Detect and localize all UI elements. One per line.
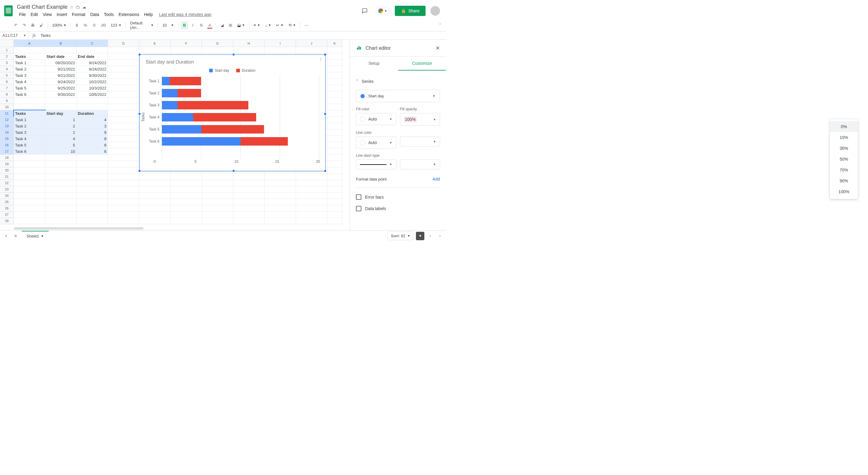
cell[interactable] (170, 199, 202, 205)
cell[interactable] (265, 212, 296, 218)
cell[interactable]: 8 (76, 142, 108, 148)
col-header[interactable]: H (233, 40, 265, 47)
cell[interactable] (327, 218, 342, 224)
undo-button[interactable]: ↶ (12, 22, 19, 29)
row-header[interactable]: 21 (0, 173, 14, 180)
cell[interactable]: 9/30/2022 (45, 91, 76, 98)
cell[interactable] (108, 91, 139, 98)
cell[interactable] (202, 193, 233, 199)
cell[interactable] (296, 193, 327, 199)
cell[interactable] (108, 104, 139, 110)
fill-color-dropdown[interactable]: Auto ▼ (356, 113, 396, 125)
cell[interactable]: 5 (45, 142, 76, 148)
col-header[interactable]: F (170, 40, 202, 47)
cell[interactable] (108, 180, 139, 186)
spreadsheet-grid[interactable]: A B C D E F G H I J K 12TasksStart dateE… (0, 40, 350, 230)
cell[interactable]: 9/21/2022 (45, 66, 76, 72)
cell[interactable] (170, 193, 202, 199)
row-header[interactable]: 27 (0, 212, 14, 218)
cell[interactable] (296, 205, 327, 212)
cell[interactable] (108, 129, 139, 136)
rotate-button[interactable]: ⟲▼ (287, 22, 298, 29)
cell[interactable] (327, 117, 342, 123)
cell[interactable] (327, 123, 342, 129)
row-header[interactable]: 14 (0, 129, 14, 136)
line-color-dropdown[interactable]: Auto ▼ (356, 136, 396, 149)
cell[interactable] (76, 47, 108, 53)
cell[interactable] (327, 199, 342, 205)
cell[interactable] (108, 218, 139, 224)
cell[interactable]: 9/24/2022 (45, 79, 76, 85)
cell[interactable] (139, 186, 170, 193)
cell[interactable] (108, 123, 139, 129)
cell[interactable] (327, 186, 342, 193)
cell[interactable] (108, 98, 139, 104)
cell[interactable] (327, 104, 342, 110)
cell[interactable] (108, 173, 139, 180)
cell[interactable] (327, 79, 342, 85)
cell[interactable]: Task 2 (14, 66, 45, 72)
cell[interactable] (296, 180, 327, 186)
cell[interactable] (327, 148, 342, 155)
cell[interactable] (327, 98, 342, 104)
borders-button[interactable]: ⊞ (227, 22, 234, 29)
cell[interactable] (14, 218, 45, 224)
cell[interactable] (265, 173, 296, 180)
cell[interactable] (170, 180, 202, 186)
cell[interactable]: 8 (76, 136, 108, 142)
cell[interactable]: Start day (45, 110, 76, 117)
bold-button[interactable]: B (181, 22, 188, 29)
cell[interactable] (76, 104, 108, 110)
cell[interactable] (45, 186, 76, 193)
cell[interactable] (202, 212, 233, 218)
col-header[interactable]: D (108, 40, 139, 47)
cell[interactable] (233, 218, 265, 224)
menu-file[interactable]: File (17, 11, 28, 18)
row-header[interactable]: 11 (0, 110, 14, 117)
row-header[interactable]: 20 (0, 167, 14, 173)
menu-format[interactable]: Format (70, 11, 87, 18)
cell[interactable] (14, 155, 45, 161)
move-icon[interactable]: 🗀 (76, 5, 80, 9)
cell[interactable] (233, 205, 265, 212)
cell[interactable] (14, 180, 45, 186)
cell[interactable] (233, 180, 265, 186)
cell[interactable]: 9/21/2022 (45, 72, 76, 79)
cell[interactable] (14, 104, 45, 110)
percent-button[interactable]: % (82, 22, 89, 29)
row-header[interactable]: 5 (0, 72, 14, 79)
cell[interactable] (296, 173, 327, 180)
cell[interactable]: 9/25/2022 (45, 85, 76, 91)
cell[interactable] (108, 66, 139, 72)
last-edit-link[interactable]: Last edit was 4 minutes ago (159, 12, 212, 17)
explore-button[interactable]: ✦ (416, 232, 424, 240)
col-header[interactable]: C (76, 40, 108, 47)
cell[interactable]: Duration (76, 110, 108, 117)
cell[interactable] (45, 47, 76, 53)
h-align-button[interactable]: ≡▼ (252, 22, 262, 29)
cell[interactable] (45, 173, 76, 180)
cell[interactable] (139, 173, 170, 180)
cell[interactable] (327, 205, 342, 212)
cell[interactable] (265, 205, 296, 212)
cell[interactable]: Task 5 (14, 142, 45, 148)
cell[interactable] (108, 199, 139, 205)
cell[interactable] (170, 47, 202, 53)
increase-decimal-button[interactable]: .00 (98, 22, 107, 29)
line-dash-dropdown[interactable]: ▼ (356, 159, 396, 169)
tab-setup[interactable]: Setup (350, 57, 398, 70)
row-header[interactable]: 12 (0, 117, 14, 123)
cell[interactable] (170, 212, 202, 218)
error-bars-checkbox[interactable]: Error bars (356, 191, 440, 203)
cell[interactable]: 2 (45, 129, 76, 136)
cell[interactable] (327, 193, 342, 199)
cell[interactable] (202, 205, 233, 212)
zoom-dropdown[interactable]: 100%▼ (50, 22, 68, 29)
cell[interactable]: 9/24/2022 (76, 60, 108, 66)
cell[interactable] (108, 212, 139, 218)
star-icon[interactable]: ☆ (70, 5, 73, 9)
add-data-point-button[interactable]: Add (433, 177, 440, 182)
cell[interactable] (108, 53, 139, 60)
cell[interactable] (296, 199, 327, 205)
meet-button[interactable]: ▼ (375, 7, 390, 15)
